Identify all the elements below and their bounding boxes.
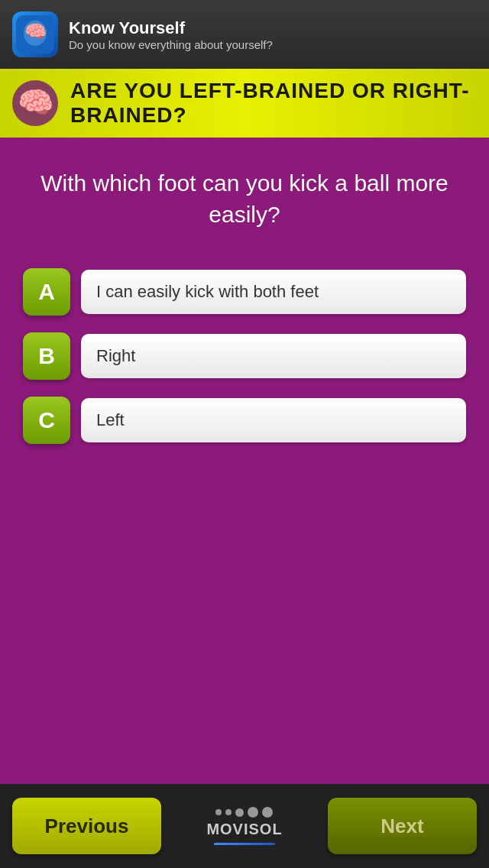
brain-icon: 🧠 xyxy=(9,77,61,129)
app-header: 🧠 Know Yourself Do you know everything a… xyxy=(0,0,489,69)
next-button[interactable]: Next xyxy=(328,798,477,854)
app-icon: 🧠 xyxy=(12,11,58,57)
answer-option-b[interactable]: B Right xyxy=(23,332,466,380)
dot-1 xyxy=(215,809,222,815)
app-title: Know Yourself xyxy=(69,18,273,38)
dot-5 xyxy=(262,807,273,818)
banner-text: ARE YOU LEFT-BRAINED OR RIGHT-BRAINED? xyxy=(70,79,480,128)
answer-text-a: I can easily kick with both feet xyxy=(81,270,466,314)
answer-text-b: Right xyxy=(81,334,466,378)
answer-option-a[interactable]: A I can easily kick with both feet xyxy=(23,268,466,316)
quiz-question: With which foot can you kick a ball more… xyxy=(23,168,466,230)
answer-option-c[interactable]: C Left xyxy=(23,397,466,444)
quiz-area: With which foot can you kick a ball more… xyxy=(0,138,489,795)
svg-text:🧠: 🧠 xyxy=(18,85,54,120)
movisol-text: MOVISOL xyxy=(206,821,282,838)
movisol-underline xyxy=(214,843,275,845)
dot-4 xyxy=(248,807,258,818)
dot-3 xyxy=(235,808,244,817)
movisol-logo: MOVISOL xyxy=(206,807,282,845)
svg-text:🧠: 🧠 xyxy=(24,21,47,42)
answer-letter-b: B xyxy=(23,332,70,380)
previous-button[interactable]: Previous xyxy=(12,798,161,854)
dot-2 xyxy=(225,809,232,815)
quiz-banner: 🧠 ARE YOU LEFT-BRAINED OR RIGHT-BRAINED? xyxy=(0,69,489,138)
answer-text-c: Left xyxy=(81,398,466,442)
footer: Previous MOVISOL Next xyxy=(0,784,489,868)
movisol-dots xyxy=(215,807,273,818)
answer-letter-c: C xyxy=(23,397,70,444)
header-text: Know Yourself Do you know everything abo… xyxy=(69,18,273,51)
answer-letter-a: A xyxy=(23,268,70,316)
app-subtitle: Do you know everything about yourself? xyxy=(69,38,273,51)
